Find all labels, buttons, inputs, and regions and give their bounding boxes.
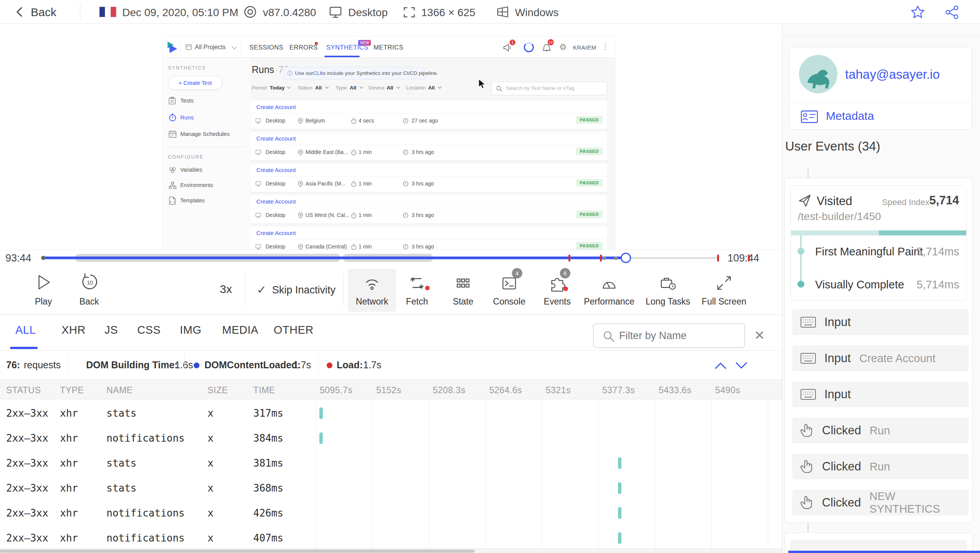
stopwatch-icon (351, 118, 357, 124)
run-duration: 1 min (359, 149, 372, 155)
environments-sitemap-icon (169, 182, 176, 189)
tab-css[interactable]: CSS (137, 324, 161, 336)
performance-gauge-icon[interactable] (600, 274, 618, 292)
row-name: stats (106, 457, 136, 469)
network-button-label[interactable]: Network (348, 296, 396, 307)
filter-type-chevron-icon (360, 85, 364, 89)
fetch-icon[interactable] (408, 274, 426, 292)
row-name: stats (106, 407, 136, 419)
jump-up-icon[interactable] (714, 361, 727, 370)
france-flag-icon (99, 7, 116, 17)
full-screen-icon[interactable] (715, 274, 733, 292)
project-chevron-down-icon (232, 44, 237, 50)
request-timing-marker (319, 407, 323, 419)
paint-progress-bar-complete (879, 230, 967, 235)
run-device: Desktop (266, 149, 285, 155)
state-grid-icon[interactable] (454, 274, 472, 292)
state-button[interactable]: State (446, 296, 480, 307)
event-type: Input (824, 351, 851, 365)
sidebar-scroll-indicator[interactable] (788, 551, 980, 553)
horizontal-scrollbar-thumb[interactable] (0, 550, 475, 553)
errors-red-dot (315, 42, 318, 45)
error-marker[interactable] (717, 255, 719, 262)
back-10-button[interactable]: Back (77, 296, 101, 307)
keyboard-icon (801, 317, 816, 328)
announcements-badge: 1 (510, 40, 515, 45)
share-icon[interactable] (945, 5, 959, 20)
back-10-icon[interactable]: 10 (80, 273, 98, 291)
skip-inactivity-check-icon[interactable]: ✓ (257, 283, 266, 296)
synthetics-active-underline (324, 56, 360, 57)
back-button[interactable]: Back (31, 6, 56, 19)
performance-button[interactable]: Performance (583, 296, 635, 307)
filter-type-value: All (350, 85, 356, 91)
visited-event-card[interactable]: Visited Speed Index 5,714 /test-builder/… (791, 185, 967, 301)
app-top-nav: All Projects SESSIONS ERRORS SYNTHETICS … (163, 36, 615, 58)
tab-other[interactable]: OTHER (274, 324, 314, 336)
tab-js[interactable]: JS (105, 324, 118, 336)
run-name: Create Account (256, 198, 296, 205)
tab-all[interactable]: ALL (15, 324, 36, 336)
event-item-input[interactable]: Input (792, 310, 968, 335)
jump-down-icon[interactable] (735, 361, 748, 370)
play-icon[interactable] (35, 273, 52, 291)
playback-timeline: 93:44 109:44 (0, 250, 782, 266)
skip-inactivity-toggle[interactable]: Skip Inactivity (272, 284, 336, 296)
error-marker[interactable] (600, 255, 602, 262)
long-tasks-button[interactable]: Long Tasks (643, 296, 693, 307)
tab-img[interactable]: IMG (180, 324, 201, 336)
clock-icon (403, 212, 409, 218)
time-tick: 5152s (376, 385, 401, 396)
console-button[interactable]: Console (490, 296, 528, 307)
horizontal-scrollbar-track[interactable] (0, 548, 782, 553)
paint-progress-bar (791, 230, 967, 235)
tab-media[interactable]: MEDIA (222, 324, 258, 336)
event-item-clicked[interactable]: Clicked Run (792, 418, 968, 443)
run-search-box: Search by Test Name or #Tag (491, 82, 607, 95)
info-icon: ⓘ (287, 70, 293, 77)
clock-icon (403, 149, 409, 155)
col-size: SIZE (208, 385, 228, 396)
filter-input-box[interactable] (593, 323, 745, 348)
browser-version: v87.0.4280 (263, 7, 316, 19)
event-item-input[interactable]: Input (792, 382, 968, 407)
speed-index-label: Speed Index (882, 197, 930, 207)
event-type: Clicked (822, 424, 861, 437)
filter-by-name-input[interactable] (619, 328, 738, 343)
fetch-button[interactable]: Fetch (400, 296, 434, 307)
timeline-connector (807, 523, 809, 533)
events-button[interactable]: Events (540, 296, 575, 307)
requests-table-header: STATUS TYPE NAME SIZE TIME 5095.7s 5152s… (0, 379, 782, 399)
tab-xhr[interactable]: XHR (61, 324, 86, 336)
event-item-clicked[interactable]: Clicked Run (792, 454, 968, 479)
session-info-sidebar: tahay@asayer.io Metadata User Events (34… (782, 24, 980, 553)
long-tasks-briefcase-icon[interactable] (659, 274, 677, 292)
full-screen-button[interactable]: Full Screen (699, 296, 749, 307)
location-pin-icon (298, 181, 303, 187)
event-target: NEW SYNTHETICS (869, 490, 968, 515)
play-button[interactable]: Play (30, 296, 57, 307)
network-wifi-icon[interactable] (363, 274, 381, 292)
run-card: Create Account Desktop Belgium 4 secs 27… (251, 101, 607, 129)
event-item-clicked[interactable]: Clicked NEW SYNTHETICS (792, 490, 968, 515)
run-card: Create Account Desktop US West (N. Cal..… (251, 195, 607, 224)
timeline-progress[interactable] (43, 257, 626, 259)
row-size: x (208, 432, 214, 444)
banner-text-pre: Use our (295, 70, 313, 76)
row-size: x (208, 532, 214, 544)
sidebar-item-manage-schedules: Manage Schedules (180, 131, 229, 137)
timeline-handle[interactable] (621, 253, 631, 263)
close-panel-icon[interactable]: ✕ (754, 328, 765, 343)
back-chevron-icon[interactable] (15, 7, 25, 17)
speed-button[interactable]: 3x (220, 283, 232, 296)
row-time: 368ms (253, 482, 283, 494)
favorite-star-icon[interactable] (910, 5, 925, 20)
notifications-badge: 13 (548, 39, 554, 45)
metadata-button[interactable]: Metadata (826, 109, 874, 123)
row-size: x (208, 457, 214, 469)
run-location: Belgium (306, 118, 325, 124)
event-type: Input (824, 387, 851, 401)
error-marker[interactable] (568, 255, 570, 262)
event-item-input[interactable]: Input Create Account (792, 346, 968, 371)
event-marker (603, 257, 606, 260)
